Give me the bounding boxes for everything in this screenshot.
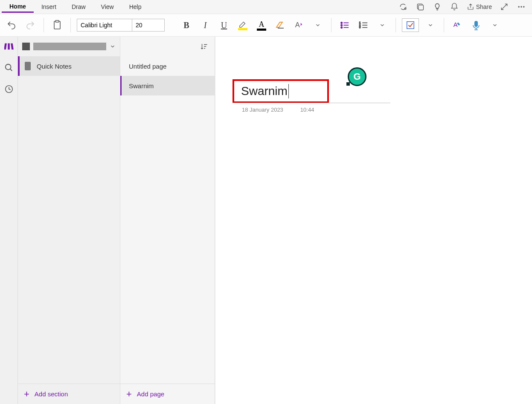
note-time: 10:44 — [300, 107, 314, 113]
more-icon[interactable] — [517, 2, 526, 12]
bullet-list-button[interactable] — [337, 18, 352, 32]
page-item-swarnim[interactable]: Swarnim — [120, 76, 215, 95]
svg-text:A: A — [454, 21, 458, 28]
note-title-input[interactable]: Swarnim — [233, 79, 329, 103]
svg-rect-26 — [11, 43, 14, 50]
recent-icon[interactable] — [4, 84, 14, 94]
plus-icon: + — [24, 389, 29, 400]
svg-rect-25 — [8, 43, 10, 50]
title-underline — [233, 103, 390, 103]
styles-button[interactable]: A — [292, 18, 306, 32]
search-icon[interactable] — [4, 63, 14, 72]
undo-button[interactable] — [4, 18, 19, 32]
text-cursor — [288, 84, 289, 98]
menu-tab-draw[interactable]: Draw — [64, 2, 93, 12]
menu-tab-help[interactable]: Help — [122, 2, 149, 12]
page-label: Swarnim — [129, 82, 154, 89]
ribbon-more-dropdown[interactable] — [488, 18, 502, 32]
svg-point-27 — [5, 64, 11, 70]
font-name-input[interactable] — [77, 19, 132, 32]
main-area: Quick Notes + Add section Untitled page … — [0, 37, 532, 404]
menu-tab-home[interactable]: Home — [2, 1, 34, 13]
sync-icon[interactable] — [398, 2, 408, 12]
svg-point-4 — [520, 6, 522, 7]
note-meta: 18 January 2023 10:44 — [242, 107, 314, 113]
plus-icon: + — [126, 389, 132, 400]
svg-rect-7 — [55, 20, 59, 22]
font-color-button[interactable]: A — [254, 16, 269, 34]
pages-panel: Untitled page Swarnim + Add page — [120, 37, 215, 404]
svg-rect-24 — [4, 43, 7, 50]
list-dropdown[interactable] — [375, 18, 390, 32]
titlebar-icons: Share — [398, 2, 530, 12]
section-item-quick-notes[interactable]: Quick Notes — [18, 56, 120, 76]
notebook-icon — [22, 43, 30, 50]
page-label: Untitled page — [129, 63, 166, 70]
dictate-button[interactable] — [469, 18, 483, 32]
font-size-input[interactable] — [132, 19, 165, 32]
share-label: Share — [476, 3, 492, 10]
svg-point-5 — [523, 6, 524, 7]
svg-point-9 — [341, 22, 342, 23]
svg-point-3 — [518, 6, 520, 7]
chevron-down-icon — [110, 43, 116, 49]
styles-dropdown[interactable] — [311, 18, 325, 32]
tag-dropdown[interactable] — [423, 18, 438, 32]
share-button[interactable]: Share — [467, 2, 492, 12]
menu-tab-view[interactable]: View — [93, 2, 122, 12]
svg-text:3: 3 — [359, 26, 360, 29]
note-canvas[interactable]: G Swarnim 18 January 2023 10:44 — [215, 37, 532, 404]
pages-sort[interactable] — [120, 37, 215, 56]
notebook-name-redacted — [33, 43, 106, 50]
lightbulb-icon[interactable] — [433, 2, 442, 12]
left-rail — [0, 37, 18, 404]
todo-tag-button[interactable] — [402, 18, 419, 32]
underline-button[interactable]: U — [217, 18, 231, 32]
add-section-label: Add section — [35, 390, 68, 398]
ribbon-toolbar: B I U A A 123 A — [0, 14, 532, 37]
section-icon — [25, 62, 31, 70]
italic-button[interactable]: I — [198, 18, 212, 32]
svg-text:A: A — [295, 21, 300, 29]
numbered-list-button[interactable]: 123 — [356, 18, 371, 32]
ink-button[interactable]: A — [450, 18, 465, 32]
redo-button[interactable] — [23, 18, 38, 32]
svg-rect-21 — [407, 22, 414, 29]
note-date: 18 January 2023 — [242, 107, 283, 113]
grammarly-icon[interactable]: G — [348, 67, 366, 86]
notebook-selector[interactable] — [18, 37, 120, 56]
bold-button[interactable]: B — [179, 18, 194, 32]
add-page-label: Add page — [137, 390, 164, 398]
add-section-button[interactable]: + Add section — [18, 384, 120, 404]
fullscreen-icon[interactable] — [500, 2, 509, 12]
svg-rect-23 — [474, 21, 478, 27]
bell-icon[interactable] — [450, 2, 459, 12]
add-page-button[interactable]: + Add page — [120, 384, 215, 404]
svg-rect-2 — [418, 5, 423, 10]
svg-point-11 — [341, 24, 342, 26]
clear-formatting-button[interactable] — [273, 18, 288, 32]
svg-line-28 — [10, 69, 12, 71]
clipboard-button[interactable] — [50, 18, 64, 32]
highlight-button[interactable] — [235, 16, 250, 34]
feed-icon[interactable] — [416, 2, 425, 12]
menu-tab-insert[interactable]: Insert — [34, 2, 64, 12]
page-item-untitled[interactable]: Untitled page — [120, 56, 215, 76]
menu-bar: Home Insert Draw View Help Share — [0, 0, 532, 14]
section-label: Quick Notes — [37, 63, 72, 70]
sections-panel: Quick Notes + Add section — [18, 37, 120, 404]
svg-point-13 — [341, 27, 342, 28]
notebooks-icon[interactable] — [4, 42, 14, 51]
note-title-text: Swarnim — [241, 84, 288, 98]
